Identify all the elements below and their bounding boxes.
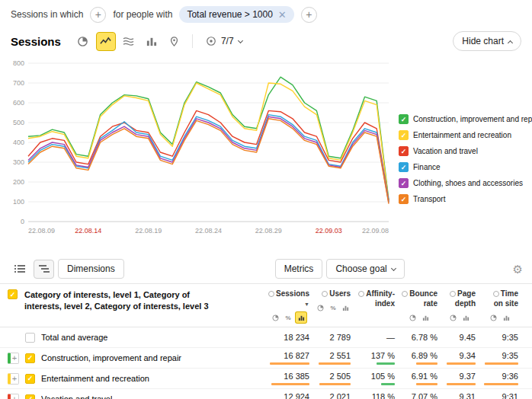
pie-chart-type-button[interactable]	[73, 32, 93, 51]
percent-mini-icon[interactable]: %	[283, 312, 293, 323]
remove-segment-icon[interactable]: ✕	[278, 10, 287, 20]
column-header[interactable]: Bounce rate	[401, 289, 444, 323]
legend-item[interactable]: ✓Construction, improvement and repair	[399, 114, 530, 124]
column-header-label: Users	[316, 289, 351, 299]
sort-descending-icon[interactable]: ▼	[304, 302, 309, 307]
metric-cell: 137 %	[357, 351, 401, 365]
bars-mini-icon[interactable]	[502, 312, 512, 323]
legend-item[interactable]: ✓Vacation and travel	[399, 146, 530, 156]
row-checkbox[interactable]	[25, 333, 35, 343]
legend-item[interactable]: ✓Finance	[399, 162, 530, 172]
legend-label: Clothing, shoes and accessories	[413, 179, 523, 187]
column-header[interactable]: Affinity-index	[357, 289, 401, 323]
svg-text:300: 300	[13, 158, 24, 166]
column-header-label: Bounce rate	[401, 289, 437, 308]
legend-checkbox[interactable]: ✓	[399, 130, 409, 140]
legend-checkbox[interactable]: ✓	[399, 162, 409, 172]
segment-chip-label: Total revenue > 1000	[187, 9, 272, 20]
column-header[interactable]: Page depth	[444, 289, 482, 323]
dimensions-button[interactable]: Dimensions	[58, 259, 124, 279]
bars-mini-icon[interactable]	[421, 312, 431, 323]
legend-checkbox[interactable]: ✓	[399, 114, 409, 124]
pie-mini-icon[interactable]	[270, 312, 280, 323]
metric-cell: 9.37	[444, 372, 482, 385]
metric-cell: 16 385	[267, 372, 316, 385]
cell-value: 118 %	[358, 392, 395, 399]
cell-value: 2 505	[317, 372, 351, 381]
cell-value: 9.37	[445, 372, 476, 381]
column-header[interactable]: Sessions ▼%	[267, 289, 316, 323]
tree-view-icon	[39, 264, 50, 273]
svg-text:100: 100	[13, 198, 24, 206]
column-display-mode-icons: %	[316, 303, 351, 314]
row-label: Total and average	[41, 333, 107, 342]
chevron-down-icon	[238, 37, 243, 43]
column-header[interactable]: Users%	[316, 289, 357, 314]
metric-cell: 9.45	[444, 333, 482, 343]
svg-text:22.08.24: 22.08.24	[195, 227, 222, 235]
add-session-condition-button[interactable]: +	[90, 7, 106, 23]
bars-mini-icon[interactable]	[296, 312, 306, 323]
column-header-label: Affinity-index	[357, 289, 395, 308]
table-row[interactable]: +✓Construction, improvement and repair16…	[0, 348, 532, 369]
hide-chart-button[interactable]: Hide chart	[453, 31, 521, 51]
cell-value: 9.45	[445, 333, 476, 343]
stacked-lines-chart-type-button[interactable]	[119, 32, 139, 51]
pie-mini-icon[interactable]	[489, 312, 499, 323]
expand-row-button[interactable]: +	[8, 394, 19, 399]
select-all-checkbox[interactable]: ✓	[8, 289, 18, 299]
series-visibility-dropdown[interactable]: 7/7	[200, 31, 248, 51]
legend-item[interactable]: ✓Transport	[399, 194, 530, 204]
metric-cell: 9.31	[444, 392, 482, 399]
pie-mini-icon[interactable]	[408, 312, 418, 323]
legend-checkbox[interactable]: ✓	[399, 178, 409, 188]
row-checkbox[interactable]: ✓	[25, 353, 35, 363]
metric-cell: 9:36	[482, 372, 524, 385]
dimension-header-label[interactable]: Category of interests, level 1, Category…	[24, 289, 229, 313]
row-label-cell: +✓Vacation and travel	[8, 394, 267, 399]
pie-mini-icon[interactable]	[448, 312, 459, 323]
column-header[interactable]: Time on site	[482, 289, 524, 323]
flat-list-view-button[interactable]	[9, 260, 30, 279]
segment-chip[interactable]: Total revenue > 1000 ✕	[179, 6, 293, 23]
row-checkbox[interactable]: ✓	[25, 374, 35, 384]
legend-checkbox[interactable]: ✓	[399, 146, 409, 156]
legend-label: Finance	[413, 163, 441, 171]
sessions-chart-svg: 010020030040050060070080022.08.0922.08.1…	[8, 56, 393, 237]
table-row[interactable]: Total and average18 2342 789—6.78 %9.459…	[0, 327, 532, 348]
column-chart-type-button[interactable]	[142, 32, 162, 51]
expand-row-button[interactable]: +	[8, 353, 19, 364]
table-header: ✓ Category of interests, level 1, Catego…	[0, 283, 532, 327]
pie-chart-icon	[77, 36, 88, 47]
legend-item[interactable]: ✓Entertainment and recreation	[399, 130, 530, 140]
add-people-condition-button[interactable]: +	[301, 7, 317, 23]
percent-mini-icon[interactable]: %	[328, 303, 338, 314]
bars-mini-icon[interactable]	[461, 312, 472, 323]
sessions-chart-area: 010020030040050060070080022.08.0922.08.1…	[0, 54, 532, 237]
table-row[interactable]: +✓Vacation and travel12 9242 021118 %7.0…	[0, 389, 532, 399]
column-header-label: Time on site	[482, 289, 518, 308]
bars-mini-icon[interactable]	[341, 303, 351, 314]
chart-legend: ✓Construction, improvement and repair✓En…	[393, 56, 530, 237]
metric-cell: 2 021	[316, 392, 357, 399]
value-bar	[319, 383, 351, 385]
cell-value: —	[358, 333, 395, 343]
map-chart-type-button[interactable]	[165, 32, 184, 51]
metric-circle-icon	[358, 291, 364, 297]
metrics-button[interactable]: Metrics	[275, 259, 323, 279]
row-checkbox[interactable]: ✓	[25, 394, 35, 399]
expand-row-button[interactable]: +	[8, 373, 19, 385]
metric-cell: 6.91 %	[401, 372, 444, 385]
legend-checkbox[interactable]: ✓	[399, 194, 409, 204]
target-icon	[206, 36, 216, 46]
choose-goal-dropdown[interactable]: Choose goal	[326, 259, 404, 279]
map-pin-icon	[168, 36, 180, 47]
table-settings-gear-icon[interactable]: ⚙	[513, 263, 523, 275]
line-chart-type-button[interactable]	[96, 32, 116, 51]
legend-item[interactable]: ✓Clothing, shoes and accessories	[399, 178, 530, 188]
tree-view-button[interactable]	[34, 260, 54, 279]
cell-value: 6.78 %	[402, 333, 437, 343]
legend-label: Construction, improvement and repair	[413, 115, 532, 123]
table-row[interactable]: +✓Entertainment and recreation16 3852 50…	[0, 369, 532, 389]
pie-mini-icon[interactable]	[316, 303, 325, 314]
